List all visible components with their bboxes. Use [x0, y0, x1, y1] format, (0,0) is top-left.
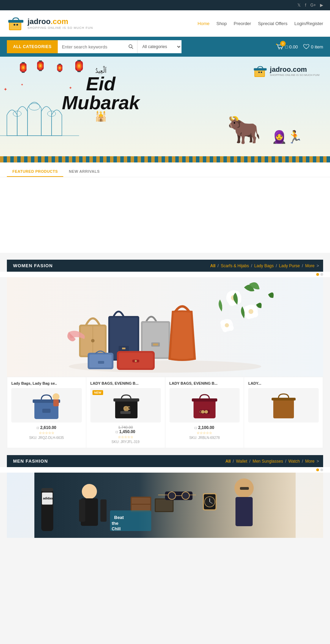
product-card-4: LADY... — [244, 377, 323, 448]
banner-border — [0, 156, 330, 162]
women-fashion-section: WOMEN FASION All / Scarfs & Hijabs / Lad… — [0, 260, 330, 448]
bags-display — [7, 277, 323, 377]
nav-special-offers[interactable]: Sprecial Offers — [258, 21, 287, 26]
svg-rect-64 — [53, 399, 59, 406]
search-icon — [128, 44, 134, 49]
svg-text:✦: ✦ — [21, 83, 23, 87]
svg-point-26 — [91, 339, 95, 342]
women-link-lady-purse[interactable]: Lady Purse — [279, 263, 300, 268]
twitter-icon[interactable]: 𝕏 — [297, 3, 301, 8]
logo-text: jadroo.com SHOPPING ONLINE IS SO MUCH FU… — [28, 17, 93, 30]
all-categories-button[interactable]: ALL CATEGORIES — [7, 40, 58, 53]
logo-area[interactable]: jadroo.com SHOPPING ONLINE IS SO MUCH FU… — [7, 14, 93, 32]
women-link-scarfs[interactable]: Scarfs & Hijabs — [221, 263, 249, 268]
men-carousel-dot-2[interactable] — [320, 468, 323, 471]
price-1: □ 2,610.00 — [11, 425, 82, 430]
header: jadroo.com SHOPPING ONLINE IS SO MUCH FU… — [0, 10, 330, 37]
price-2: □ 1,450.00 — [90, 429, 161, 434]
svg-line-6 — [132, 47, 133, 49]
women-link-all[interactable]: All — [210, 263, 215, 268]
svg-point-21 — [261, 71, 262, 73]
sku-2: SKU: JRYJFL-319 — [90, 440, 161, 444]
category-select[interactable]: All categories Women Fashion Men Fashion — [137, 40, 182, 53]
women-product-cards: Lady Bags, Lady Bag se.. □ 2,610.00 ☆☆☆☆… — [7, 377, 323, 448]
product-image-2[interactable]: NEW CC — [90, 388, 161, 422]
hero-logo-bag-icon — [253, 64, 268, 79]
logo-name: jadroo.com — [28, 17, 93, 26]
search-input[interactable] — [58, 40, 125, 53]
svg-rect-41 — [98, 361, 104, 364]
tab-new-arrivals[interactable]: NEW ARRIVALS — [63, 167, 105, 177]
header-cart-area: 0 □ 0.00 0 item — [276, 43, 323, 51]
product-image-1[interactable] — [11, 388, 82, 422]
svg-rect-70 — [194, 399, 216, 418]
men-link-more[interactable]: More — [305, 459, 315, 464]
facebook-icon[interactable]: f — [305, 3, 306, 8]
cart-info[interactable]: 0 □ 0.00 — [276, 43, 298, 51]
carousel-dot-2[interactable] — [320, 273, 323, 276]
tab-featured-products[interactable]: FEATURED PRODUCTS — [7, 167, 63, 177]
men-section-header: MEN FASHION All / Wallet / Men Sunglasse… — [7, 455, 323, 467]
nav-login-register[interactable]: Login/Register — [294, 21, 323, 26]
youtube-icon[interactable]: ▶ — [320, 3, 323, 8]
nav-shop[interactable]: Shop — [216, 21, 227, 26]
women-link-lady-bags[interactable]: Lady Bags — [254, 263, 274, 268]
product-title-3: LADY BAGS, EVENING B... — [169, 381, 240, 385]
stars-2: ☆☆☆☆☆ — [90, 435, 161, 439]
svg-rect-71 — [192, 398, 217, 402]
stars-3: ☆☆☆☆☆ — [169, 431, 240, 435]
product-bag-svg-1 — [29, 390, 64, 421]
svg-point-74 — [205, 410, 208, 414]
svg-rect-87 — [100, 499, 107, 522]
sku-1: SKU: JRQZ-DLH-6635 — [11, 436, 82, 440]
svg-rect-34 — [153, 343, 158, 346]
svg-point-3 — [14, 24, 15, 26]
men-link-sunglasses[interactable]: Men Sunglasses — [253, 459, 283, 464]
women-link-more[interactable]: More — [305, 263, 315, 268]
product-card-1: Lady Bags, Lady Bag se.. □ 2,610.00 ☆☆☆☆… — [7, 377, 86, 448]
search-button[interactable] — [125, 40, 137, 53]
men-carousel-dots — [0, 467, 330, 473]
svg-point-7 — [276, 44, 277, 45]
sku-3: SKU: JRBLN-69278 — [169, 436, 240, 440]
women-section-links: All / Scarfs & Hijabs / Lady Bags / Lady… — [210, 263, 323, 268]
svg-text:the: the — [112, 521, 119, 526]
running-figures: 🧕🏃 — [272, 130, 302, 144]
men-link-watch[interactable]: Watch — [288, 459, 300, 464]
compare-icon-2: □ — [116, 430, 118, 434]
bull-icon: 🐂 — [227, 114, 261, 146]
nav-home[interactable]: Home — [198, 21, 210, 26]
svg-point-57 — [228, 325, 234, 331]
svg-rect-83 — [41, 488, 53, 492]
compare-icon-1: □ — [37, 426, 39, 430]
cart-amount: □ 0.00 — [285, 44, 298, 49]
svg-point-14 — [29, 103, 40, 110]
bags-illustration — [7, 277, 323, 373]
main-nav: Home Shop Preorder Sprecial Offers Login… — [198, 21, 323, 26]
carousel-dot-1[interactable] — [316, 273, 319, 276]
product-bag-svg-4 — [266, 390, 301, 421]
product-image-3[interactable]: GG — [169, 388, 240, 422]
nav-preorder[interactable]: Preorder — [234, 21, 251, 26]
google-plus-icon[interactable]: G+ — [310, 3, 316, 8]
eid-text-area: اَلْعِيدُ Eid Mubarak 🕌 — [62, 67, 140, 122]
product-image-4[interactable] — [248, 388, 319, 422]
svg-text:Chill: Chill — [112, 527, 121, 531]
eid-mubarak-text: Eid Mubarak — [62, 75, 140, 112]
men-fashion-section: MEN FASHION All / Wallet / Men Sunglasse… — [0, 455, 330, 538]
stars-1: ☆☆☆☆☆ — [11, 431, 82, 435]
product-bag-svg-2: CC — [108, 390, 143, 421]
men-link-all[interactable]: All — [226, 459, 231, 464]
heart-icon — [303, 44, 309, 49]
svg-text:GG: GG — [199, 410, 205, 414]
men-link-wallet[interactable]: Wallet — [236, 459, 247, 464]
lantern-1: 🏮 — [17, 62, 29, 73]
svg-point-38 — [135, 360, 137, 362]
new-badge-2: NEW — [92, 390, 103, 395]
carousel-nav-dots — [0, 272, 330, 277]
men-carousel-dot-1[interactable] — [316, 468, 319, 471]
wishlist-info[interactable]: 0 item — [303, 44, 323, 49]
svg-point-9 — [281, 48, 282, 49]
logo-icon — [7, 14, 25, 32]
price-3: □ 2,100.00 — [169, 425, 240, 430]
